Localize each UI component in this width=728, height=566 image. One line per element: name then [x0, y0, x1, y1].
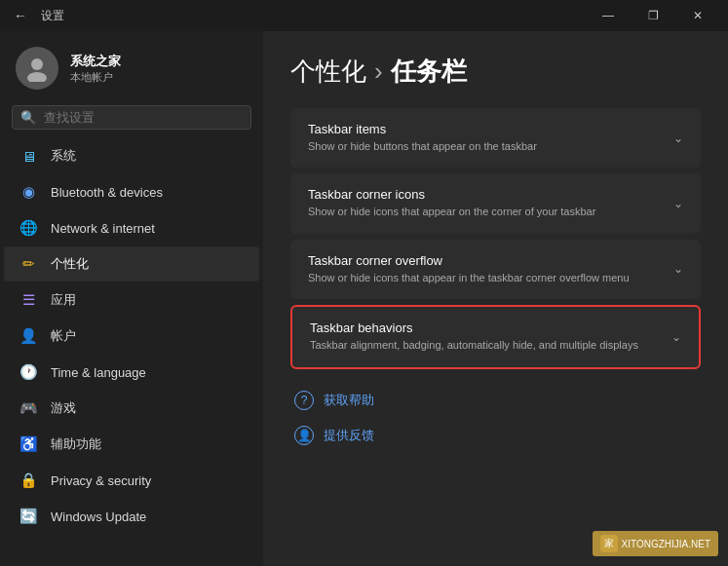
card-title-taskbar-corner-overflow: Taskbar corner overflow [308, 253, 662, 268]
card-title-taskbar-items: Taskbar items [308, 122, 662, 136]
update-icon: 🔄 [19, 508, 37, 525]
system-icon: 🖥 [19, 147, 37, 165]
card-desc-taskbar-corner-overflow: Show or hide icons that appear in the ta… [308, 271, 662, 285]
sidebar-item-label-time: Time & language [51, 365, 146, 380]
sidebar-item-system[interactable]: 🖥 系统 [4, 138, 259, 173]
sidebar: 系统之家 本地帐户 🔍 🖥 系统 ◉ Bluetooth & devices 🌐… [0, 31, 263, 566]
card-taskbar-corner-icons[interactable]: Taskbar corner icons Show or hide icons … [290, 173, 701, 233]
sidebar-item-label-accounts: 帐户 [51, 327, 76, 345]
card-desc-taskbar-behaviors: Taskbar alignment, badging, automaticall… [310, 338, 660, 353]
title-bar-title: 设置 [41, 8, 64, 24]
app-body: 系统之家 本地帐户 🔍 🖥 系统 ◉ Bluetooth & devices 🌐… [0, 31, 728, 566]
sidebar-item-label-apps: 应用 [51, 291, 76, 309]
title-bar-controls: — ❐ ✕ [586, 0, 720, 31]
personalization-icon: ✏ [19, 255, 37, 273]
sidebar-item-apps[interactable]: ☰ 应用 [4, 283, 259, 318]
search-input[interactable] [44, 110, 243, 125]
sidebar-item-personalization[interactable]: ✏ 个性化 [4, 246, 259, 282]
chevron-icon-taskbar-corner-icons: ⌄ [673, 197, 683, 210]
help-link-feedback[interactable]: 👤 提供反馈 [290, 418, 701, 453]
privacy-icon: 🔒 [19, 472, 37, 489]
help-icon-get-help: ? [294, 391, 314, 410]
network-icon: 🌐 [19, 219, 37, 237]
svg-point-1 [27, 72, 47, 82]
sidebar-item-privacy[interactable]: 🔒 Privacy & security [4, 463, 259, 498]
sidebar-item-label-update: Windows Update [51, 509, 146, 524]
minimize-button[interactable]: — [586, 0, 631, 31]
help-label-feedback: 提供反馈 [324, 427, 374, 444]
card-text-taskbar-corner-icons: Taskbar corner icons Show or hide icons … [308, 187, 662, 219]
sidebar-item-accessibility[interactable]: ♿ 辅助功能 [4, 427, 259, 462]
bluetooth-icon: ◉ [19, 183, 37, 201]
title-bar-left: ← 设置 [8, 4, 64, 27]
sidebar-item-network[interactable]: 🌐 Network & internet [4, 210, 259, 245]
sidebar-item-gaming[interactable]: 🎮 游戏 [4, 391, 259, 426]
user-info: 系统之家 本地帐户 [70, 53, 121, 85]
watermark-icon: 家 [600, 535, 618, 552]
sidebar-item-time[interactable]: 🕐 Time & language [4, 355, 259, 390]
sidebar-item-bluetooth[interactable]: ◉ Bluetooth & devices [4, 174, 259, 209]
main-content: 个性化 › 任务栏 Taskbar items Show or hide but… [263, 31, 728, 566]
breadcrumb-separator: › [374, 57, 383, 87]
sidebar-item-label-system: 系统 [51, 147, 76, 165]
accounts-icon: 👤 [19, 327, 37, 345]
breadcrumb-parent: 个性化 [290, 55, 366, 89]
sidebar-item-label-network: Network & internet [51, 221, 155, 236]
watermark-text: XITONGZHIJIA.NET [622, 539, 711, 549]
user-profile[interactable]: 系统之家 本地帐户 [0, 31, 263, 105]
sidebar-item-label-bluetooth: Bluetooth & devices [51, 185, 163, 200]
help-section: ? 获取帮助 👤 提供反馈 [290, 383, 701, 453]
chevron-icon-taskbar-corner-overflow: ⌄ [673, 262, 683, 276]
close-button[interactable]: ✕ [675, 0, 720, 31]
card-title-taskbar-behaviors: Taskbar behaviors [310, 321, 660, 335]
sidebar-item-label-privacy: Privacy & security [51, 473, 151, 488]
sidebar-item-label-accessibility: 辅助功能 [51, 435, 101, 453]
chevron-icon-taskbar-items: ⌄ [673, 132, 683, 145]
title-bar: ← 设置 — ❐ ✕ [0, 0, 728, 31]
help-icon-feedback: 👤 [294, 426, 314, 445]
sidebar-item-label-personalization: 个性化 [51, 255, 89, 273]
time-icon: 🕐 [19, 363, 37, 381]
maximize-button[interactable]: ❐ [631, 0, 675, 31]
breadcrumb: 个性化 › 任务栏 [290, 55, 701, 89]
cards-list: Taskbar items Show or hide buttons that … [290, 108, 701, 369]
card-taskbar-corner-overflow[interactable]: Taskbar corner overflow Show or hide ico… [290, 240, 701, 299]
user-account-type: 本地帐户 [70, 70, 121, 85]
sidebar-item-label-gaming: 游戏 [51, 399, 76, 417]
help-label-get-help: 获取帮助 [324, 392, 374, 409]
search-bar[interactable]: 🔍 [12, 105, 251, 130]
card-desc-taskbar-corner-icons: Show or hide icons that appear on the co… [308, 205, 662, 219]
apps-icon: ☰ [19, 291, 37, 309]
card-taskbar-items[interactable]: Taskbar items Show or hide buttons that … [290, 108, 701, 168]
card-text-taskbar-items: Taskbar items Show or hide buttons that … [308, 122, 662, 154]
card-text-taskbar-corner-overflow: Taskbar corner overflow Show or hide ico… [308, 253, 662, 285]
card-desc-taskbar-items: Show or hide buttons that appear on the … [308, 139, 662, 154]
search-icon: 🔍 [20, 110, 36, 125]
breadcrumb-current: 任务栏 [391, 55, 467, 89]
card-text-taskbar-behaviors: Taskbar behaviors Taskbar alignment, bad… [310, 321, 660, 353]
watermark: 家 XITONGZHIJIA.NET [593, 531, 719, 556]
help-link-get-help[interactable]: ? 获取帮助 [290, 383, 701, 418]
accessibility-icon: ♿ [19, 435, 37, 453]
chevron-icon-taskbar-behaviors: ⌄ [671, 330, 681, 344]
gaming-icon: 🎮 [19, 399, 37, 417]
user-name: 系统之家 [70, 53, 121, 70]
back-button[interactable]: ← [8, 4, 33, 27]
sidebar-item-accounts[interactable]: 👤 帐户 [4, 319, 259, 354]
card-taskbar-behaviors[interactable]: Taskbar behaviors Taskbar alignment, bad… [290, 305, 701, 368]
avatar [16, 47, 58, 90]
nav-list: 🖥 系统 ◉ Bluetooth & devices 🌐 Network & i… [0, 137, 263, 535]
svg-point-0 [31, 58, 43, 70]
card-title-taskbar-corner-icons: Taskbar corner icons [308, 187, 662, 202]
sidebar-item-update[interactable]: 🔄 Windows Update [4, 499, 259, 534]
